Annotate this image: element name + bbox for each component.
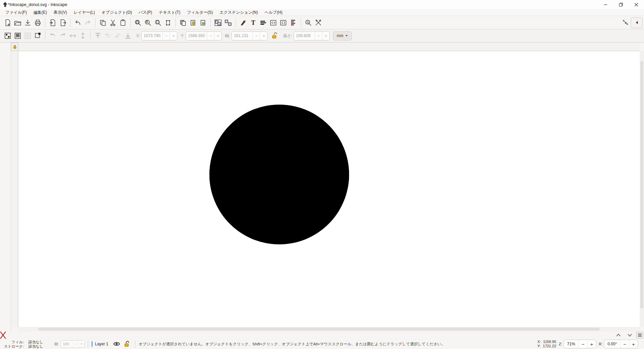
width-field[interactable]: 161.131 −+ [231, 31, 268, 40]
y-field[interactable]: 1568.350 −+ [186, 31, 222, 40]
select-all-icon[interactable] [3, 31, 13, 41]
new-document-icon[interactable] [3, 18, 13, 28]
clone-icon[interactable] [188, 18, 198, 28]
stroke-value[interactable]: 該当なし [28, 344, 43, 348]
palette-scroll-down-button[interactable] [624, 331, 635, 339]
deselect-icon[interactable] [23, 31, 33, 41]
rotation-field[interactable]: 0.00° −+ [604, 340, 638, 348]
fill-stroke-dialog-icon[interactable] [238, 18, 248, 28]
select-all-layers-icon[interactable] [13, 31, 23, 41]
zoom-field[interactable]: 71% −+ [564, 340, 596, 348]
menu-item-9[interactable]: ヘルプ(H) [261, 9, 286, 16]
layer-lock-icon[interactable] [122, 339, 132, 349]
toolbar-separator [175, 18, 176, 27]
width-increment[interactable]: + [260, 32, 267, 40]
print-icon[interactable] [33, 18, 43, 28]
lower-to-bottom-icon[interactable] [123, 31, 133, 41]
open-document-icon[interactable] [13, 18, 23, 28]
menu-item-6[interactable]: テキスト(T) [156, 9, 184, 16]
close-button[interactable] [629, 0, 644, 9]
lock-ratio-icon[interactable] [270, 31, 280, 41]
opacity-field[interactable]: 100 −+ [60, 340, 85, 348]
rotate-cw-icon[interactable] [58, 31, 68, 41]
toolbar-separator [90, 31, 91, 40]
rotate-ccw-icon[interactable] [48, 31, 58, 41]
width-decrement[interactable]: − [253, 32, 260, 40]
object-properties-icon[interactable] [278, 18, 288, 28]
menu-item-0[interactable]: ファイル(F) [2, 9, 30, 16]
y-increment[interactable]: + [214, 32, 221, 40]
selection-frame-icon[interactable] [163, 18, 173, 28]
menu-item-1[interactable]: 編集(E) [30, 9, 50, 16]
group-icon[interactable] [213, 18, 223, 28]
duplicate-icon[interactable] [178, 18, 188, 28]
opacity-decrement[interactable]: − [72, 341, 78, 347]
menu-item-8[interactable]: エクステンション(N) [216, 9, 261, 16]
align-distribute-icon[interactable] [288, 18, 298, 28]
fill-value[interactable]: 該当なし [28, 340, 43, 344]
toolbox [0, 42, 11, 331]
save-document-icon[interactable] [23, 18, 33, 28]
menu-item-5[interactable]: パス(P) [135, 9, 156, 16]
x-field[interactable]: 1073.790 −+ [141, 31, 177, 40]
lower-icon[interactable] [113, 31, 123, 41]
rotation-increment[interactable]: + [629, 340, 638, 348]
unlink-clone-icon[interactable] [198, 18, 208, 28]
toolbar-separator [95, 18, 96, 27]
menu-item-4[interactable]: オブジェクト(O) [98, 9, 135, 16]
zoom-increment[interactable]: + [587, 340, 596, 348]
selection-cue-toggle-icon[interactable] [33, 31, 43, 41]
flip-vertical-icon[interactable] [78, 31, 88, 41]
cut-icon[interactable] [108, 18, 118, 28]
palette-menu-button[interactable] [636, 332, 643, 339]
xml-editor-icon[interactable] [268, 18, 278, 28]
text-dialog-icon[interactable]: T [248, 18, 258, 28]
vertical-scrollbar[interactable] [640, 51, 644, 327]
y-decrement[interactable]: − [207, 32, 214, 40]
menu-item-3[interactable]: レイヤー(L) [70, 9, 98, 16]
horizontal-scrollbar-thumb[interactable] [38, 328, 600, 331]
paste-icon[interactable] [118, 18, 128, 28]
raise-icon[interactable] [103, 31, 113, 41]
unit-dropdown[interactable]: mm [333, 31, 352, 40]
x-increment[interactable]: + [170, 32, 177, 40]
palette-scroll-up-button[interactable] [613, 331, 624, 339]
zoom-page-icon[interactable] [153, 18, 163, 28]
rotation-decrement[interactable]: − [620, 340, 629, 348]
horizontal-ruler[interactable] [18, 42, 640, 51]
flip-horizontal-icon[interactable] [68, 31, 78, 41]
vertical-scrollbar-thumb[interactable] [640, 61, 643, 309]
minimize-button[interactable] [598, 0, 613, 9]
raise-to-top-icon[interactable] [93, 31, 103, 41]
restore-button[interactable] [613, 0, 629, 9]
opacity-increment[interactable]: + [78, 341, 84, 347]
no-color-swatch[interactable] [0, 331, 6, 339]
svg-text:T: T [251, 19, 255, 26]
menu-item-2[interactable]: 表示(V) [50, 9, 70, 16]
zoom-decrement[interactable]: − [579, 340, 587, 348]
horizontal-scrollbar[interactable] [18, 327, 640, 331]
ruler-unit-lock[interactable] [11, 42, 18, 51]
snap-icon[interactable] [621, 18, 631, 28]
export-icon[interactable] [58, 18, 68, 28]
x-decrement[interactable]: − [162, 32, 170, 40]
vertical-ruler[interactable] [11, 51, 18, 327]
layer-visibility-icon[interactable] [112, 339, 122, 349]
layer-name[interactable]: Layer 1 [95, 342, 108, 346]
height-decrement[interactable]: − [315, 32, 322, 40]
height-increment[interactable]: + [322, 32, 329, 40]
layers-dialog-icon[interactable] [258, 18, 268, 28]
undo-icon[interactable] [73, 18, 83, 28]
preferences-icon[interactable] [313, 18, 323, 28]
snap-toolbar-collapse-button[interactable] [631, 17, 643, 28]
redo-icon[interactable] [83, 18, 93, 28]
canvas[interactable] [18, 51, 640, 327]
copy-icon[interactable] [98, 18, 108, 28]
find-replace-icon[interactable]: Q [303, 18, 313, 28]
menu-item-7[interactable]: フィルター(S) [184, 9, 216, 16]
zoom-selection-icon[interactable] [133, 18, 143, 28]
ungroup-icon[interactable] [223, 18, 233, 28]
import-icon[interactable] [48, 18, 58, 28]
zoom-drawing-icon[interactable] [143, 18, 153, 28]
height-field[interactable]: 159.808 −+ [294, 31, 330, 40]
